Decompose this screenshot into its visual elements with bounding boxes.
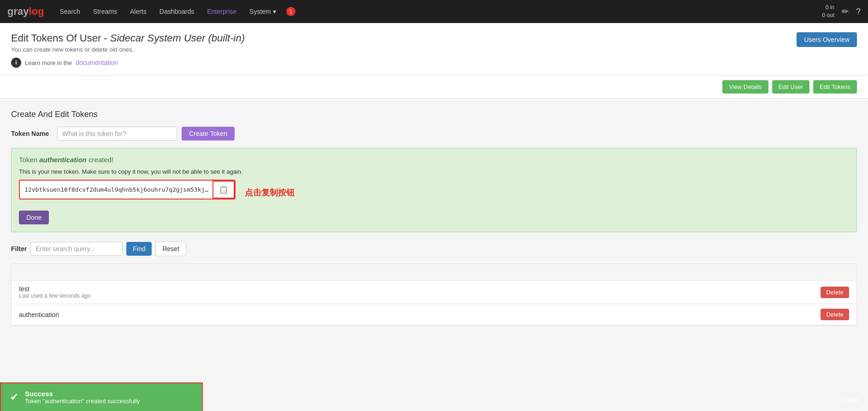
- table-row: test Last used a few seconds ago Delete: [12, 281, 856, 304]
- token-name-input[interactable]: [57, 127, 177, 141]
- doc-text: Learn more in the: [25, 59, 72, 66]
- throughput-out: 0 out: [822, 12, 834, 19]
- page-title-italic: Sidecar System User (built-in): [110, 32, 245, 44]
- token-row-sub-0: Last used a few seconds ago: [19, 293, 90, 299]
- help-icon[interactable]: ?: [856, 7, 861, 17]
- edit-user-button[interactable]: Edit User: [772, 80, 809, 94]
- delete-button-0[interactable]: Delete: [821, 287, 849, 298]
- throughput-in: 0 in: [822, 4, 834, 12]
- nav-links: Search Streams Alerts Dashboards Enterpr…: [53, 0, 822, 23]
- throughput: 0 in 0 out: [822, 4, 834, 19]
- nav-streams[interactable]: Streams: [87, 0, 124, 23]
- toast-check-icon: ✔: [10, 391, 18, 403]
- section-title: Create And Edit Tokens: [11, 110, 857, 119]
- done-button[interactable]: Done: [19, 211, 49, 224]
- token-name-row: Token Name Create Token: [11, 127, 857, 141]
- page-title-static: Edit Tokens Of User -: [11, 32, 110, 44]
- view-details-button[interactable]: View Details: [722, 80, 768, 94]
- filter-label: Filter: [11, 245, 27, 252]
- nav-system[interactable]: System ▾: [243, 0, 283, 23]
- token-created-static: Token: [19, 156, 39, 164]
- page-subtitle: You can create new tokens or delete old …: [11, 46, 245, 53]
- create-token-button[interactable]: Create Token: [182, 127, 235, 141]
- copy-annotation: 点击复制按钮: [245, 187, 295, 198]
- copy-button[interactable]: 📋: [213, 181, 235, 199]
- token-value-row: 📋: [19, 180, 236, 200]
- logo-log: log: [29, 6, 44, 18]
- logo-gray: gray: [7, 6, 29, 18]
- table-row-1: authentication Delete: [12, 304, 856, 325]
- token-value-field[interactable]: [20, 182, 213, 197]
- content-area: Create And Edit Tokens Token Name Create…: [0, 99, 868, 411]
- token-copy-note: This is your new token. Make sure to cop…: [19, 168, 849, 175]
- navbar: graylog Search Streams Alerts Dashboards…: [0, 0, 868, 23]
- filter-input[interactable]: [30, 242, 123, 256]
- page-header: Edit Tokens Of User - Sidecar System Use…: [0, 23, 868, 76]
- page-title: Edit Tokens Of User - Sidecar System Use…: [11, 32, 245, 44]
- nav-enterprise[interactable]: Enterprise: [201, 0, 243, 23]
- token-created-title: Token authentication created!: [19, 156, 849, 164]
- navbar-right: 0 in 0 out ✏ ?: [822, 4, 861, 19]
- toast-title: Success: [25, 390, 140, 398]
- token-created-italic: authentication: [39, 156, 87, 164]
- token-created-box: Token authentication created! This is yo…: [11, 148, 857, 232]
- toast-message: Token "authentication" created successfu…: [25, 398, 140, 405]
- nav-alerts[interactable]: Alerts: [124, 0, 153, 23]
- edit-icon[interactable]: ✏: [842, 6, 849, 17]
- table-header-row: [12, 264, 856, 281]
- table-area: test Last used a few seconds ago Delete …: [11, 264, 857, 326]
- edit-tokens-button[interactable]: Edit Tokens: [813, 80, 857, 94]
- delete-button-1[interactable]: Delete: [821, 309, 849, 320]
- doc-link[interactable]: documentation: [76, 59, 118, 66]
- nav-search[interactable]: Search: [53, 0, 86, 23]
- page-header-right: Users Overview: [797, 32, 857, 47]
- token-name-label: Token Name: [11, 130, 53, 137]
- find-button[interactable]: Find: [126, 242, 152, 256]
- token-row-name-1: authentication: [19, 311, 59, 318]
- doc-link-row: i Learn more in the documentation: [11, 58, 245, 68]
- users-overview-button[interactable]: Users Overview: [797, 32, 857, 47]
- nav-dashboards[interactable]: Dashboards: [153, 0, 201, 23]
- token-row-name-0: test: [19, 285, 90, 293]
- page-header-left: Edit Tokens Of User - Sidecar System Use…: [11, 32, 245, 68]
- token-created-end: created!: [87, 156, 113, 164]
- toast-close-button[interactable]: Close: [842, 396, 859, 404]
- brand-logo[interactable]: graylog: [7, 6, 44, 18]
- toast-content: Success Token "authentication" created s…: [25, 390, 140, 405]
- reset-button[interactable]: Reset: [155, 241, 186, 256]
- filter-row: Filter Find Reset: [11, 241, 857, 256]
- info-icon: i: [11, 58, 21, 68]
- nav-badge: 1: [286, 7, 295, 16]
- success-toast: ✔ Success Token "authentication" created…: [0, 382, 203, 411]
- action-buttons-row: View Details Edit User Edit Tokens: [0, 76, 868, 99]
